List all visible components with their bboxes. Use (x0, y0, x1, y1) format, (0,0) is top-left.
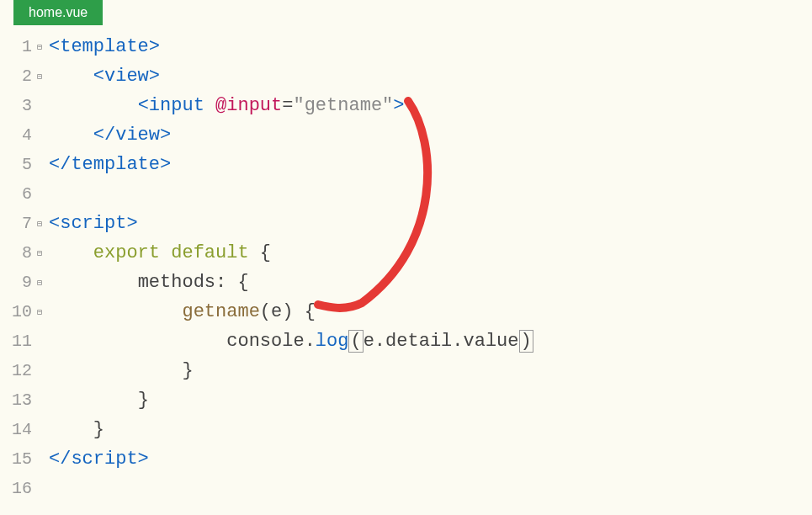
code-content[interactable]: <view> (45, 66, 160, 87)
code-line: 5 </template> (0, 150, 812, 179)
line-number: 2 (0, 66, 34, 86)
line-number: 5 (0, 155, 34, 174)
file-tab[interactable]: home.vue (13, 0, 103, 25)
line-number: 16 (0, 479, 34, 498)
code-content[interactable]: export default { (45, 242, 271, 263)
code-line: 6 (0, 179, 812, 209)
code-line: 15 </script> (0, 444, 812, 474)
code-content[interactable]: </template> (45, 154, 171, 175)
code-line: 16 (0, 474, 812, 503)
line-number: 13 (0, 390, 34, 410)
code-content[interactable]: </script> (45, 449, 149, 470)
line-number: 11 (0, 332, 34, 351)
file-tab-label: home.vue (29, 5, 88, 19)
fold-icon[interactable]: ⊟ (34, 278, 45, 288)
fold-icon[interactable]: ⊟ (34, 248, 45, 258)
code-line: 3 <input @input="getname"> (0, 91, 812, 120)
fold-icon[interactable]: ⊟ (34, 42, 45, 52)
code-editor[interactable]: 1 ⊟ <template> 2 ⊟ <view> 3 <input @inpu… (0, 25, 812, 503)
code-line: 2 ⊟ <view> (0, 61, 812, 91)
line-number: 12 (0, 361, 34, 380)
fold-icon[interactable]: ⊟ (34, 219, 45, 229)
code-line: 7 ⊟ <script> (0, 209, 812, 238)
code-content[interactable]: } (45, 360, 194, 381)
code-content[interactable]: <template> (45, 36, 160, 57)
line-number: 15 (0, 449, 34, 469)
code-line: 4 </view> (0, 120, 812, 150)
line-number: 4 (0, 125, 34, 145)
code-line: 13 } (0, 385, 812, 415)
code-content[interactable]: methods: { (45, 272, 249, 293)
line-number: 9 (0, 273, 34, 292)
code-content[interactable]: </view> (45, 125, 171, 146)
code-line: 14 } (0, 415, 812, 444)
code-line: 10 ⊟ getname(e) { (0, 297, 812, 327)
code-content[interactable]: console.log(e.detail.value) (45, 331, 533, 352)
line-number: 6 (0, 184, 34, 204)
code-line: 8 ⊟ export default { (0, 238, 812, 268)
code-content[interactable]: <input @input="getname"> (45, 95, 405, 116)
code-line: 1 ⊟ <template> (0, 32, 812, 61)
code-line: 11 console.log(e.detail.value) (0, 327, 812, 356)
line-number: 10 (0, 302, 34, 321)
fold-icon[interactable]: ⊟ (34, 307, 45, 317)
line-number: 8 (0, 243, 34, 263)
code-line: 12 } (0, 356, 812, 385)
code-content[interactable]: getname(e) { (45, 301, 316, 322)
line-number: 7 (0, 214, 34, 233)
line-number: 1 (0, 37, 34, 56)
fold-icon[interactable]: ⊟ (34, 72, 45, 82)
line-number: 14 (0, 420, 34, 439)
code-content[interactable]: } (45, 419, 104, 440)
code-content[interactable]: } (45, 390, 149, 411)
line-number: 3 (0, 96, 34, 115)
code-content[interactable]: <script> (45, 213, 138, 234)
code-line: 9 ⊟ methods: { (0, 268, 812, 297)
